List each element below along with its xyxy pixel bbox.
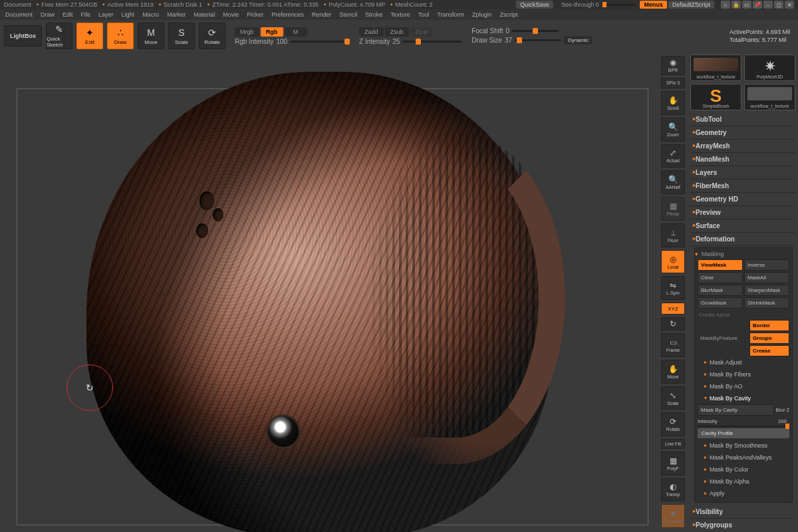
clear-button[interactable]: Clear — [698, 272, 743, 283]
xyz-button[interactable]: XYZ — [661, 303, 685, 315]
menu-material[interactable]: Material — [194, 11, 215, 18]
minimize-icon[interactable]: – — [763, 1, 773, 9]
panel-visibility[interactable]: Visibility — [690, 505, 795, 519]
menu-zplugin[interactable]: Zplugin — [472, 11, 492, 18]
rgb-intensity-slider[interactable] — [290, 41, 350, 43]
restore-icon[interactable]: ▭ — [742, 1, 751, 9]
actual-button[interactable]: ⤢Actual — [661, 144, 685, 168]
polyf-button[interactable]: ▦PolyF — [661, 452, 685, 475]
zcut-chip[interactable]: Zcut — [410, 27, 433, 37]
lock-icon[interactable]: 🔒 — [732, 1, 741, 9]
pin-icon[interactable]: 📌 — [753, 1, 762, 9]
feature-border-button[interactable]: Border — [749, 320, 789, 331]
menu-transform[interactable]: Transform — [437, 11, 464, 18]
menu-draw[interactable]: Draw — [41, 11, 55, 18]
quick-sketch-button[interactable]: ✎ Quick Sketch — [46, 23, 72, 49]
sharpenmask-button[interactable]: SharpenMask — [744, 285, 789, 296]
menu-stencil[interactable]: Stencil — [339, 11, 357, 18]
close-icon[interactable]: ✕ — [785, 1, 794, 9]
lightbox-button[interactable]: LightBox — [4, 25, 42, 47]
menu-tool[interactable]: Tool — [418, 11, 430, 18]
menu-edit[interactable]: Edit — [63, 11, 73, 18]
inverse-button[interactable]: Inverse — [744, 259, 789, 271]
mask-ao-item[interactable]: Mask By AO — [698, 380, 789, 392]
shrinkmask-button[interactable]: ShrinkMask — [744, 297, 789, 309]
zoom-button[interactable]: 🔍Zoom — [661, 118, 685, 142]
quicksave-button[interactable]: QuickSave — [516, 1, 553, 9]
mask-adjust-item[interactable]: Mask Adjust — [698, 356, 789, 368]
mode-scale-button[interactable]: SScale — [168, 23, 195, 49]
blurmask-button[interactable]: BlurMask — [698, 285, 743, 296]
focal-slider[interactable] — [512, 30, 559, 32]
menu-light[interactable]: Light — [122, 11, 135, 18]
menu-render[interactable]: Render — [312, 11, 332, 18]
mask-fibers-item[interactable]: Mask By Fibers — [698, 368, 789, 380]
nav-scale-button[interactable]: ⤡Scale — [661, 386, 685, 410]
mode-rotate-button[interactable]: ⟳Rotate — [199, 23, 225, 49]
mode-move-button[interactable]: MMove — [138, 23, 164, 49]
simplebrush-thumb[interactable]: SimpleBrush — [690, 84, 741, 110]
dynamic-toggle[interactable]: Dynamic — [564, 36, 593, 45]
transp-button[interactable]: ◐Transp — [661, 478, 685, 502]
scroll-button[interactable]: ✋Scroll — [661, 91, 685, 115]
mode-edit-button[interactable]: ✦Edit — [76, 23, 103, 49]
menu-movie[interactable]: Movie — [223, 11, 239, 18]
mask-apply-item[interactable]: Apply — [698, 487, 789, 499]
menu-zscript[interactable]: Zscript — [500, 11, 518, 18]
cavity-profile-button[interactable]: Cavity Profile — [698, 428, 789, 438]
maximize-icon[interactable]: ◻ — [774, 1, 783, 9]
menu-preferences[interactable]: Preferences — [271, 11, 304, 18]
viewmask-button[interactable]: ViewMask — [698, 259, 743, 271]
mask-alpha-item[interactable]: Mask By Alpha — [698, 475, 789, 487]
mode-draw-button[interactable]: ∴Draw — [107, 23, 134, 49]
panel-polygroups[interactable]: Polygroups — [690, 519, 795, 529]
texture-thumb-1[interactable]: workflow_t_texture — [690, 55, 741, 81]
aahalf-button[interactable]: 🔍AAHalf — [661, 170, 685, 194]
orbit-button[interactable]: ↻ — [661, 317, 685, 331]
menu-marker[interactable]: Marker — [167, 11, 186, 18]
feature-groups-button[interactable]: Groups — [749, 332, 789, 344]
zscript-button[interactable]: DefaultZScript — [668, 1, 714, 9]
menu-stroke[interactable]: Stroke — [365, 11, 382, 18]
drawsize-slider[interactable] — [515, 39, 561, 41]
mrgb-chip[interactable]: Mrgb — [235, 27, 259, 37]
nav-rotate-button[interactable]: ⟳Rotate — [661, 412, 685, 436]
panel-arraymesh[interactable]: ArrayMesh — [690, 140, 795, 153]
polymesh-thumb[interactable]: PolyMesh3D — [744, 55, 795, 81]
panel-preview[interactable]: Preview — [690, 206, 795, 219]
mask-color-item[interactable]: Mask By Color — [698, 464, 789, 475]
masking-title[interactable]: Masking — [698, 251, 789, 257]
menu-picker[interactable]: Picker — [247, 11, 263, 18]
menu-document[interactable]: Document — [5, 11, 33, 18]
panel-surface[interactable]: Surface — [690, 219, 795, 233]
lsym-button[interactable]: ⇋L.Sym — [661, 276, 685, 300]
bpr-button[interactable]: ◉BPR — [661, 56, 685, 75]
nav-move-button[interactable]: ✋Move — [661, 360, 685, 384]
spix-button[interactable]: SPix 3 — [661, 78, 685, 88]
frame-button[interactable]: ▭Frame — [661, 333, 685, 357]
feature-crease-button[interactable]: Crease — [749, 345, 789, 356]
floor-button[interactable]: ⟂Floor — [661, 223, 685, 247]
local-button[interactable]: ◎Local — [661, 250, 685, 274]
dynamic-shelf-button[interactable]: ■Dynamic — [661, 504, 685, 528]
panel-geometry[interactable]: Geometry — [690, 126, 795, 140]
menu-file[interactable]: File — [81, 11, 91, 18]
maskall-button[interactable]: MaskAll — [744, 272, 789, 283]
menus-button[interactable]: Menus — [640, 1, 667, 9]
growmask-button[interactable]: GrowMask — [698, 297, 743, 309]
menu-macro[interactable]: Macro — [142, 11, 159, 18]
menu-layer[interactable]: Layer — [98, 11, 114, 18]
z-intensity-slider[interactable] — [402, 41, 462, 43]
mask-peaksvalleys-item[interactable]: Mask PeaksAndValleys — [698, 452, 789, 464]
mask-by-cavity-button[interactable]: Mask By Cavity — [698, 404, 774, 416]
menu-texture[interactable]: Texture — [390, 11, 410, 18]
zadd-chip[interactable]: Zadd — [359, 27, 384, 37]
linefill-button[interactable]: Line Fill — [661, 439, 685, 448]
m-chip[interactable]: M — [285, 27, 307, 37]
panel-subtool[interactable]: SubTool — [690, 113, 795, 126]
panel-layers[interactable]: Layers — [690, 166, 795, 180]
viewport-3d[interactable] — [0, 52, 658, 532]
zsub-chip[interactable]: Zsub — [385, 27, 409, 37]
persp-button[interactable]: ▦Persp — [661, 197, 685, 221]
home-icon[interactable]: ⌂ — [721, 1, 730, 9]
